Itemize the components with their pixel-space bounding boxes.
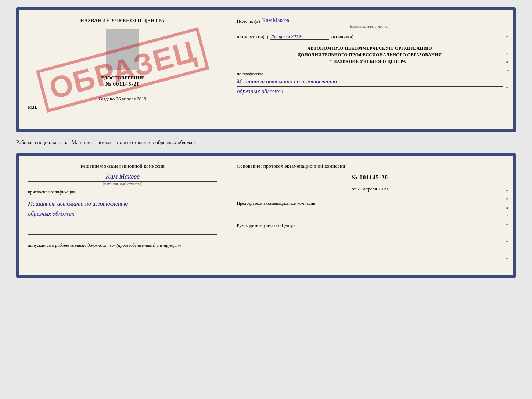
dopusk-label: допускается к — [28, 243, 54, 248]
ruk-sign-line — [237, 236, 503, 236]
cert-school-title: НАЗВАНИЕ УЧЕБНОГО ЦЕНТРА — [80, 18, 165, 24]
certificate-card: НАЗВАНИЕ УЧЕБНОГО ЦЕНТРА УДОСТОВЕРЕНИЕ №… — [16, 7, 516, 132]
vydano-date: 26 апреля 2019 — [116, 96, 147, 101]
lower-fio-sub: (фамилия, имя, отчество) — [28, 182, 217, 186]
lower-profession-1: Машинист автомата по изготовлению — [28, 199, 217, 209]
cert-left-panel: НАЗВАНИЕ УЧЕБНОГО ЦЕНТРА УДОСТОВЕРЕНИЕ №… — [19, 10, 226, 129]
lower-profession-block: Машинист автомата по изготовлению обрезн… — [28, 199, 217, 219]
lower-fio: Ким Макеев — [28, 173, 217, 182]
fio-sub: (фамилия, имя, отчество) — [237, 24, 503, 28]
okoncil-label: окончил(а) — [331, 34, 353, 40]
prisvoena-text: присвоена квалификация — [28, 189, 217, 195]
cert-udost-block: УДОСТОВЕРЕНИЕ № 001145-20 — [101, 75, 144, 87]
vydano-label: Выдано — [99, 96, 115, 101]
date-row: в том, что он(а) 26 апреля 2019г. окончи… — [237, 33, 503, 40]
predsedatel-label: Председатель экзаменационной комиссии — [237, 201, 503, 206]
cert-right-panel: Получил(а) Ким Макеев (фамилия, имя, отч… — [226, 10, 513, 129]
protocol-num: № 001145-20 — [237, 174, 503, 181]
komissia-text: Решением экзаменационной комиссии — [28, 163, 217, 169]
protocol-date: от 26 апреля 2019 — [237, 186, 503, 192]
org-block: АВТОНОМНУЮ НЕКОММЕРЧЕСКУЮ ОРГАНИЗАЦИЮ ДО… — [237, 45, 503, 65]
org-name: " НАЗВАНИЕ УЧЕБНОГО ЦЕНТРА " — [237, 58, 503, 65]
cert-photo — [106, 29, 139, 70]
lower-right-panel: Основание: протокол экзаменационной коми… — [226, 156, 513, 275]
blank-line-2 — [28, 234, 217, 235]
profession-value-2: обрезных обложек — [237, 87, 503, 97]
predsedatel-block: Председатель экзаменационной комиссии — [237, 201, 503, 214]
lower-profession-2: обрезных обложек — [28, 209, 217, 219]
document-wrapper: НАЗВАНИЕ УЧЕБНОГО ЦЕНТРА УДОСТОВЕРЕНИЕ №… — [16, 7, 516, 278]
predsedatel-sign-line — [237, 214, 503, 214]
lower-fio-block: Ким Макеев (фамилия, имя, отчество) — [28, 173, 217, 186]
cert-mp: М.П. — [28, 105, 37, 110]
profession-value-1: Машинист автомата по изготовлению — [237, 77, 503, 87]
received-block: Получил(а) Ким Макеев (фамилия, имя, отч… — [237, 18, 503, 28]
cert-udost-num: № 001145-20 — [101, 81, 144, 87]
right-dashes: – – – и а ← – – – – – — [506, 26, 510, 114]
blank-line-3 — [28, 254, 217, 254]
cert-udost-title: УДОСТОВЕРЕНИЕ — [101, 75, 144, 81]
blank-line-1 — [28, 228, 217, 228]
cert-vydano: Выдано 26 апреля 2019 — [99, 96, 146, 102]
lower-left-panel: Решением экзаменационной комиссии Ким Ма… — [19, 156, 226, 275]
profession-block: по профессии Машинист автомата по изгото… — [237, 71, 503, 96]
lower-right-dashes: – – – и а ← – – – – – — [506, 171, 510, 260]
received-row: Получил(а) Ким Макеев — [237, 18, 503, 24]
received-label: Получил(а) — [237, 18, 260, 24]
org-line1: АВТОНОМНУЮ НЕКОММЕРЧЕСКУЮ ОРГАНИЗАЦИЮ — [237, 45, 503, 51]
vtom-label: в том, что он(а) — [237, 34, 268, 40]
ruk-block: Руководитель учебного Центра — [237, 223, 503, 236]
org-line2: ДОПОЛНИТЕЛЬНОГО ПРОФЕССИОНАЛЬНОГО ОБРАЗО… — [237, 51, 503, 58]
osnov-text: Основание: протокол экзаменационной коми… — [237, 163, 503, 169]
dopusk-value: работе согласно должностным (производств… — [55, 243, 181, 248]
middle-caption: Рабочая специальность - Машинист автомат… — [16, 138, 516, 147]
received-fio: Ким Макеев — [262, 18, 503, 24]
lower-blank-lines — [28, 227, 217, 236]
dopuskaetsya-block: допускается к работе согласно должностны… — [28, 243, 217, 248]
profession-label: по профессии — [237, 71, 503, 77]
vtom-date: 26 апреля 2019г. — [270, 33, 329, 40]
lower-card: Решением экзаменационной комиссии Ким Ма… — [16, 153, 516, 278]
ruk-label: Руководитель учебного Центра — [237, 223, 503, 228]
